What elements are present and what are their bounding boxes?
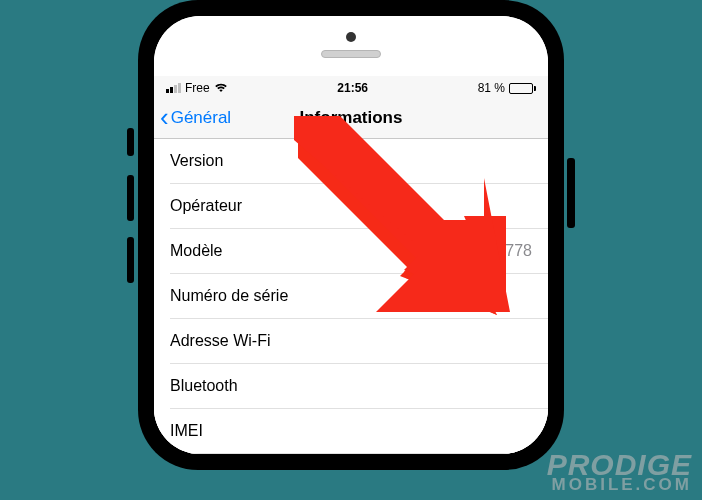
battery-icon <box>509 83 536 94</box>
row-label: Opérateur <box>170 197 242 215</box>
row-label: Bluetooth <box>170 377 238 395</box>
volume-up-button <box>127 175 134 221</box>
navigation-bar: ‹ Général Informations <box>154 98 548 139</box>
back-button[interactable]: ‹ Général <box>160 108 231 128</box>
row-model[interactable]: Modèle A1778 <box>170 229 548 274</box>
phone-frame: Free 21:56 81 % <box>138 0 564 470</box>
front-camera <box>346 32 356 42</box>
signal-icon <box>166 83 181 93</box>
wifi-icon <box>214 82 228 95</box>
row-imei[interactable]: IMEI <box>170 409 548 454</box>
settings-list: Version Opérateur Modèle A1778 Numéro de… <box>154 139 548 454</box>
row-label: Modèle <box>170 242 222 260</box>
row-wifi-address[interactable]: Adresse Wi-Fi <box>170 319 548 364</box>
chevron-left-icon: ‹ <box>160 110 169 126</box>
row-label: Numéro de série <box>170 287 288 305</box>
row-serial[interactable]: Numéro de série <box>170 274 548 319</box>
row-label: Version <box>170 152 223 170</box>
watermark-line-2: MOBILE.COM <box>547 478 692 492</box>
watermark-line-1: PRODIGE <box>547 452 692 478</box>
row-bluetooth[interactable]: Bluetooth <box>170 364 548 409</box>
screen: Free 21:56 81 % <box>154 76 548 454</box>
row-operator[interactable]: Opérateur <box>170 184 548 229</box>
watermark: PRODIGE MOBILE.COM <box>547 452 692 492</box>
earpiece-speaker <box>321 50 381 58</box>
row-value: A1778 <box>486 242 532 260</box>
battery-percent: 81 % <box>478 81 505 95</box>
status-bar: Free 21:56 81 % <box>154 76 548 98</box>
power-button <box>567 158 575 228</box>
clock: 21:56 <box>337 81 368 95</box>
row-label: IMEI <box>170 422 203 440</box>
row-version[interactable]: Version <box>170 139 548 184</box>
mute-switch <box>127 128 134 156</box>
volume-down-button <box>127 237 134 283</box>
row-label: Adresse Wi-Fi <box>170 332 270 350</box>
carrier-label: Free <box>185 81 210 95</box>
back-label: Général <box>171 108 231 128</box>
